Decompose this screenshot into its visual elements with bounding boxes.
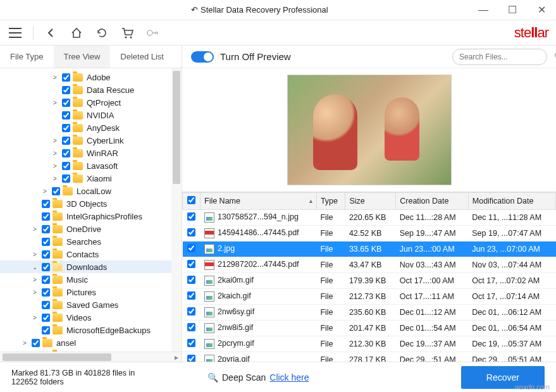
table-row[interactable]: 130758527...594_n.jpgFile220.65 KBDec 11… [183,210,556,226]
table-row[interactable]: 2nw8i5.gifFile201.47 KBDec 01...:54 AMDe… [183,321,556,336]
tree-item[interactable]: >Pictures [0,286,182,298]
expand-arrow-icon[interactable]: > [20,340,29,346]
tree-checkbox[interactable] [32,339,40,347]
expand-arrow-icon[interactable]: > [30,276,39,283]
row-checkbox[interactable] [187,276,195,284]
cart-icon[interactable] [120,25,135,40]
column-size[interactable]: Size [345,193,396,210]
expand-arrow-icon[interactable]: > [51,162,59,169]
tree-checkbox[interactable] [62,137,70,145]
tree-checkbox[interactable] [62,73,70,82]
tree-item[interactable]: ⌄Downloads [0,260,182,273]
search-input[interactable] [459,52,554,61]
table-row[interactable]: 2nw6sy.gifFile235.60 KBDec 01...:12 AMDe… [183,305,556,321]
expand-arrow-icon[interactable]: > [30,314,39,321]
expand-arrow-icon[interactable]: > [40,188,49,195]
tree-checkbox[interactable] [42,250,50,259]
tree-checkbox[interactable] [52,187,60,195]
tree-item[interactable]: >CyberLink [0,134,182,147]
deep-scan-link[interactable]: Click here [269,372,309,383]
back-icon[interactable] [44,25,59,40]
menu-icon[interactable] [8,25,23,40]
tab-tree-view[interactable]: Tree View [54,46,111,68]
tree-horizontal-scrollbar[interactable]: ◄ ► [0,352,182,362]
expand-arrow-icon[interactable]: > [30,251,39,258]
tree-item[interactable]: >Videos [0,311,182,324]
row-checkbox[interactable] [187,291,195,300]
tab-deleted-list[interactable]: Deleted List [110,46,174,68]
tree-checkbox[interactable] [62,111,70,119]
tree-item[interactable]: 3D Objects [0,197,182,210]
row-checkbox[interactable] [187,212,195,221]
row-checkbox[interactable] [187,339,195,347]
tree-checkbox[interactable] [42,288,50,297]
tree-checkbox[interactable] [42,238,50,246]
tree-item[interactable]: >LocalLow [0,185,182,197]
row-checkbox[interactable] [187,260,195,268]
tab-file-type[interactable]: File Type [0,46,54,68]
tree-checkbox[interactable] [62,86,70,94]
table-row[interactable]: 2pyrja.gifFile278.17 KBDec 29...:51 AMDe… [183,352,556,362]
tree-item[interactable]: >OneDrive [0,223,182,235]
tree-checkbox[interactable] [62,175,70,183]
table-row[interactable]: 145941486...47445.pdfFile42.52 KBSep 19.… [183,226,556,242]
column-type[interactable]: Type [316,193,345,210]
tree-checkbox[interactable] [62,99,70,107]
tree-item[interactable]: IntelGraphicsProfiles [0,210,182,223]
row-checkbox[interactable] [187,355,195,362]
tree-item[interactable]: MicrosoftEdgeBackups [0,324,182,336]
close-button[interactable]: ✕ [527,0,556,20]
tree-item[interactable]: Data Rescue [0,83,182,96]
expand-arrow-icon[interactable]: > [51,74,59,81]
tree-checkbox[interactable] [42,326,50,334]
tree-checkbox[interactable] [42,225,50,233]
column-checkbox[interactable] [183,193,201,210]
tree-item[interactable]: >QtProject [0,96,182,109]
key-icon[interactable] [145,25,160,40]
row-checkbox[interactable] [187,323,195,331]
table-row[interactable]: 2kai0m.gifFile179.39 KBOct 17...:00 AMOc… [183,273,556,289]
tree-checkbox[interactable] [42,276,50,284]
tree-item[interactable]: NVIDIA [0,109,182,121]
refresh-icon[interactable] [94,25,109,40]
tree-item[interactable]: Saved Games [0,298,182,311]
tree-checkbox[interactable] [42,314,50,322]
tree-item[interactable]: >Lavasoft [0,159,182,172]
expand-arrow-icon[interactable]: > [51,150,59,157]
search-box[interactable]: 🔍 [452,49,547,65]
preview-toggle[interactable] [191,51,214,63]
row-checkbox[interactable] [187,228,195,236]
table-row[interactable]: 2.jpgFile33.65 KBJun 23...:00 AMJun 23, … [183,242,556,257]
tree-checkbox[interactable] [42,212,50,221]
table-row[interactable]: 2kaich.gifFile212.73 KBOct 17...:11 AMOc… [183,289,556,305]
tree-item[interactable]: >Xiaomi [0,172,182,185]
expand-arrow-icon[interactable]: > [30,226,39,233]
column-filename[interactable]: File Name▲ [201,193,317,210]
tree-checkbox[interactable] [62,149,70,157]
tree-checkbox[interactable] [62,162,70,170]
table-row[interactable]: 212987202...47445.pdfFile43.47 KBNov 03.… [183,257,556,273]
tree-item[interactable]: >WinRAR [0,147,182,159]
tree-item[interactable]: >Contacts [0,248,182,260]
minimize-button[interactable]: — [469,0,498,20]
column-creation-date[interactable]: Creation Date [396,193,469,210]
table-row[interactable]: 2pcrym.gifFile212.30 KBDec 19...:37 AMDe… [183,336,556,352]
tree-checkbox[interactable] [42,200,50,208]
expand-arrow-icon[interactable]: > [51,99,59,106]
tree-item[interactable]: >Adobe [0,71,182,83]
tree-item[interactable]: Searches [0,235,182,248]
tree-item[interactable]: >ansel [0,336,182,349]
maximize-button[interactable]: ☐ [498,0,527,20]
row-checkbox[interactable] [187,244,195,252]
column-modification-date[interactable]: Modification Date [468,193,555,210]
tree-checkbox[interactable] [42,301,50,309]
expand-arrow-icon[interactable]: > [30,289,39,296]
home-icon[interactable] [69,25,84,40]
expand-arrow-icon[interactable]: > [51,175,59,182]
tree-checkbox[interactable] [42,263,50,271]
tree-item[interactable]: >Music [0,273,182,286]
tree-checkbox[interactable] [62,124,70,132]
row-checkbox[interactable] [187,307,195,315]
expand-arrow-icon[interactable]: > [51,137,59,144]
expand-arrow-icon[interactable]: ⌄ [30,264,39,271]
